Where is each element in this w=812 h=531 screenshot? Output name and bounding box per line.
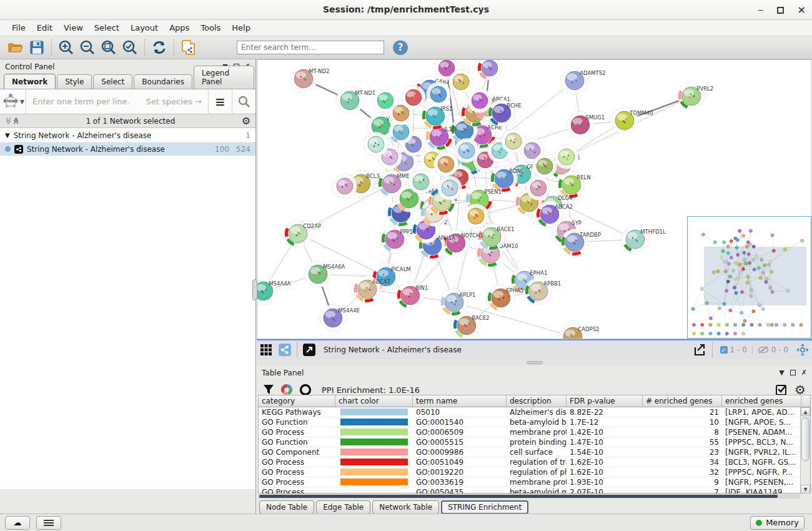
protein-node-ms4a6a[interactable]: MS4A6A [305,261,345,288]
menu-layout[interactable]: Layout [125,21,164,35]
protein-node-ms4a4a[interactable]: MS4A4A [257,278,291,305]
table-tab-network-table[interactable]: Network Table [372,500,439,514]
protein-node-pvrl2[interactable]: PVRL2 [678,83,714,110]
ring-chart-icon[interactable] [299,384,312,396]
table-row[interactable]: GO ComponentGO:0009986cell surface1.54E-… [259,447,810,457]
memory-button[interactable]: Memory [750,516,805,530]
network-row-selected[interactable]: String Network - Alzheimer's disease 100… [0,142,255,156]
column-header-chart-color[interactable]: chart color [335,395,413,407]
task-history-button[interactable] [36,516,61,530]
protein-node[interactable] [333,174,357,199]
protein-node[interactable] [364,132,389,157]
filter-icon[interactable] [263,384,274,395]
maximize-button[interactable] [777,7,784,14]
cloud-tasks-button[interactable]: ☁ [5,516,30,530]
horizontal-scrollbar-thumb[interactable] [259,495,778,498]
column-header-description[interactable]: description [507,395,567,407]
close-button[interactable]: × [798,5,806,15]
save-session-button[interactable] [27,38,46,57]
menu-view[interactable]: View [58,21,89,35]
string-options-button[interactable]: ≡ [208,90,232,114]
protein-node[interactable] [434,152,458,177]
tab-legend-panel[interactable]: Legend Panel [194,66,254,89]
search-input[interactable] [237,41,384,54]
protein-node[interactable] [409,170,433,194]
table-splitter[interactable] [257,359,812,365]
collapse-arrow-icon[interactable]: ▼ [5,132,10,139]
protein-node-aplp1[interactable]: APLP1 [441,289,476,316]
protein-node-bin1[interactable]: BIN1 [397,282,428,309]
table-tab-edge-table[interactable]: Edge Table [316,500,370,514]
detach-view-button[interactable] [300,342,319,358]
protein-node-apbb1[interactable]: APBB1 [525,278,562,305]
string-search-button[interactable] [232,90,255,114]
network-options-gear-icon[interactable]: ⚙ [242,116,250,126]
menu-help[interactable]: Help [226,21,256,35]
table-row[interactable]: GO FunctionGO:0001540beta-amyloid bi...1… [259,417,810,427]
select-all-checkbox-icon[interactable] [776,384,788,396]
protein-node-smug1[interactable]: SMUG1 [567,112,605,139]
string-query-input[interactable]: Enter one term per line. Set species → [26,97,208,106]
menu-edit[interactable]: Edit [31,21,58,35]
table-row[interactable]: KEGG Pathways05010Alzheimer's dise...8.8… [259,407,810,417]
help-button[interactable]: ? [393,40,408,55]
menu-select[interactable]: Select [89,21,125,35]
export-network-button[interactable] [691,342,710,358]
protein-node[interactable] [555,145,579,169]
table-row[interactable]: GO ProcessGO:0019220regulation of ph...1… [259,467,810,477]
protein-node[interactable] [449,70,473,94]
collapse-all-icon[interactable]: ≫ [12,117,20,125]
protein-node[interactable] [374,89,398,113]
protein-node-bace2[interactable]: BACE2 [453,312,490,339]
vertical-scrollbar[interactable]: ▲ ▼ [800,407,810,494]
open-session-button[interactable] [6,38,25,57]
scroll-down-arrow[interactable]: ▼ [801,485,810,494]
zoom-out-button[interactable] [78,38,97,57]
menu-apps[interactable]: Apps [164,21,195,35]
table-panel-float-button[interactable]: ▼ [779,369,784,377]
column-header-enriched-genes[interactable]: enriched genes [722,395,801,407]
refresh-button[interactable] [150,38,169,57]
protein-node-cadps2[interactable]: CADPS2 [560,324,600,339]
table-row[interactable]: GO ProcessGO:0051049regulation of tra...… [259,457,810,467]
horizontal-scrollbar[interactable] [258,494,800,499]
protein-node-ms4a4e[interactable]: MS4A4E [320,305,360,332]
column-header-FDR-p-value[interactable]: FDR p-value [567,395,643,407]
table-row[interactable]: GO ProcessGO:0050435beta-amyloid m...2.0… [259,487,810,494]
protein-node-mthfd1l[interactable]: MTHFD1L [622,226,666,253]
protein-node-mt-nd1[interactable]: MT-ND1 [337,87,376,114]
protein-node-epha5[interactable]: EPHA5 [488,285,524,312]
tab-select[interactable]: Select [93,74,132,89]
column-header--enriched-genes[interactable]: # enriched genes [643,395,722,407]
menu-file[interactable]: File [6,21,31,35]
protein-node-ppp5c[interactable]: PPP5C [382,226,417,253]
birds-eye-view[interactable] [687,216,811,339]
column-header-category[interactable]: category [259,395,335,407]
tab-network[interactable]: Network [4,74,56,89]
table-row[interactable]: GO FunctionGO:0005515protein binding1.47… [259,437,810,447]
protein-node-bche[interactable]: BCHE [488,100,522,127]
protein-node[interactable] [533,154,557,179]
zoom-fit-button[interactable] [99,38,118,57]
table-row[interactable]: GO ProcessGO:0006509membrane prot...1.42… [259,427,810,437]
table-panel-close-button[interactable]: ✗ [801,369,807,377]
protein-node-cd2ap[interactable]: CD2AP [285,221,322,247]
column-header-term-name[interactable]: term name [413,395,507,407]
network-from-clipboard-button[interactable] [179,38,198,57]
string-view-button[interactable] [275,342,294,358]
zoom-selected-button[interactable] [121,38,139,57]
network-collection-row[interactable]: ▼ String Network - Alzheimer's disease 1 [0,129,255,142]
network-canvas[interactable]: MT-ND2MT-ND1VSNL1GAB2ADAMTS2PVRL2TOMM40S… [257,59,812,339]
tab-style[interactable]: Style [57,74,92,89]
pie-chart-icon[interactable] [280,384,293,396]
protein-node[interactable] [427,82,451,107]
scroll-up-arrow[interactable]: ▲ [801,407,810,416]
table-tab-string-enrichment[interactable]: STRING Enrichment [441,500,528,514]
table-panel-maximize-button[interactable] [790,370,796,375]
zoom-in-button[interactable] [57,38,76,57]
table-row[interactable]: GO ProcessGO:0033619membrane prot...1.93… [259,477,810,487]
scrollbar-thumb[interactable] [801,417,810,461]
string-search-source-button[interactable]: STRING ▼ [0,90,26,114]
protein-node-tomm40[interactable]: TOMM40 [611,107,653,134]
minimize-button[interactable]: ─ [758,6,763,14]
